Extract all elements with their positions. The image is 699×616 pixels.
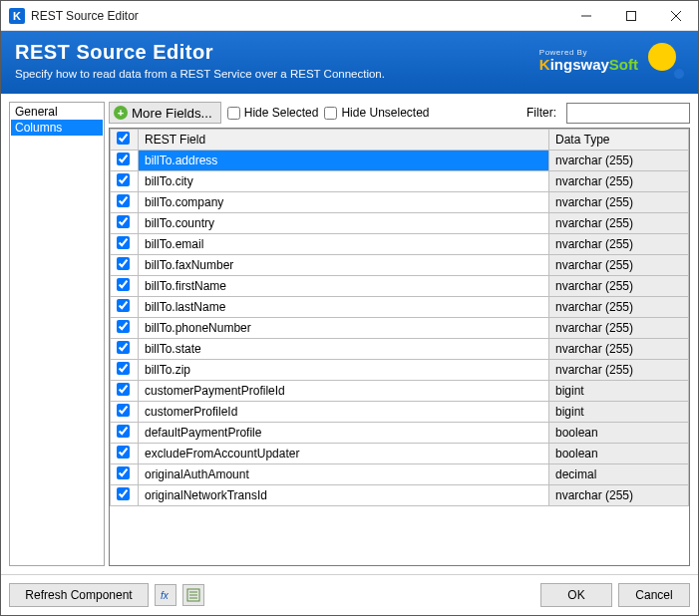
row-checkbox[interactable] <box>111 171 139 192</box>
hide-unselected-input[interactable] <box>324 107 337 120</box>
row-checkbox[interactable] <box>111 402 139 423</box>
ok-button[interactable]: OK <box>540 583 612 607</box>
table-row[interactable]: billTo.zipnvarchar (255) <box>111 360 689 381</box>
svg-text:fx: fx <box>161 590 170 601</box>
kingswaysoft-logo: Powered By KingswaySoft <box>539 49 638 72</box>
row-field[interactable]: billTo.state <box>139 339 549 360</box>
row-checkbox[interactable] <box>111 213 139 234</box>
app-icon: K <box>9 8 25 24</box>
filter-input[interactable] <box>566 103 690 124</box>
table-row[interactable]: billTo.statenvarchar (255) <box>111 339 689 360</box>
sidebar: GeneralColumns <box>9 102 105 566</box>
table-row[interactable]: billTo.firstNamenvarchar (255) <box>111 276 689 297</box>
hide-selected-input[interactable] <box>227 107 240 120</box>
table-row[interactable]: customerProfileIdbigint <box>111 402 689 423</box>
row-datatype[interactable]: nvarchar (255) <box>549 276 689 297</box>
row-checkbox[interactable] <box>111 423 139 444</box>
row-field[interactable]: customerProfileId <box>139 402 549 423</box>
row-field[interactable]: billTo.zip <box>139 360 549 381</box>
row-datatype[interactable]: nvarchar (255) <box>549 171 689 192</box>
header-field[interactable]: REST Field <box>139 130 549 151</box>
row-checkbox[interactable] <box>111 318 139 339</box>
row-field[interactable]: defaultPaymentProfile <box>139 423 549 444</box>
header-type[interactable]: Data Type <box>549 130 689 151</box>
header-checkbox[interactable] <box>111 130 139 151</box>
row-datatype[interactable]: nvarchar (255) <box>549 151 689 171</box>
row-field[interactable]: billTo.address <box>139 151 549 171</box>
row-checkbox[interactable] <box>111 360 139 381</box>
close-button[interactable] <box>653 1 698 31</box>
row-checkbox[interactable] <box>111 444 139 464</box>
row-field[interactable]: billTo.country <box>139 213 549 234</box>
row-checkbox[interactable] <box>111 339 139 360</box>
row-checkbox[interactable] <box>111 255 139 276</box>
maximize-button[interactable] <box>608 1 653 31</box>
row-datatype[interactable]: nvarchar (255) <box>549 360 689 381</box>
row-checkbox[interactable] <box>111 151 139 171</box>
row-checkbox[interactable] <box>111 381 139 402</box>
row-field[interactable]: billTo.faxNumber <box>139 255 549 276</box>
properties-icon[interactable] <box>182 584 204 606</box>
row-field[interactable]: excludeFromAccountUpdater <box>139 444 549 464</box>
row-datatype[interactable]: boolean <box>549 444 689 464</box>
sidebar-item-columns[interactable]: Columns <box>11 120 103 136</box>
row-field[interactable]: billTo.firstName <box>139 276 549 297</box>
table-row[interactable]: originalNetworkTransIdnvarchar (255) <box>111 485 689 506</box>
row-datatype[interactable]: nvarchar (255) <box>549 192 689 213</box>
table-row[interactable]: billTo.faxNumbernvarchar (255) <box>111 255 689 276</box>
hide-unselected-label: Hide Unselected <box>341 106 429 120</box>
row-datatype[interactable]: nvarchar (255) <box>549 255 689 276</box>
refresh-component-button[interactable]: Refresh Component <box>9 583 149 607</box>
minimize-button[interactable] <box>563 1 608 31</box>
table-row[interactable]: originalAuthAmountdecimal <box>111 464 689 485</box>
titlebar: K REST Source Editor <box>1 1 698 31</box>
row-field[interactable]: billTo.city <box>139 171 549 192</box>
table-row[interactable]: defaultPaymentProfileboolean <box>111 423 689 444</box>
row-datatype[interactable]: decimal <box>549 464 689 485</box>
row-datatype[interactable]: nvarchar (255) <box>549 213 689 234</box>
brand-dots-icon <box>648 43 684 79</box>
sidebar-item-general[interactable]: General <box>11 104 103 120</box>
table-row[interactable]: billTo.addressnvarchar (255) <box>111 151 689 171</box>
row-field[interactable]: billTo.company <box>139 192 549 213</box>
row-field[interactable]: billTo.phoneNumber <box>139 318 549 339</box>
table-row[interactable]: billTo.phoneNumbernvarchar (255) <box>111 318 689 339</box>
row-datatype[interactable]: bigint <box>549 381 689 402</box>
filter-label: Filter: <box>526 106 556 120</box>
row-field[interactable]: customerPaymentProfileId <box>139 381 549 402</box>
more-fields-button[interactable]: + More Fields... <box>109 102 221 124</box>
row-field[interactable]: billTo.lastName <box>139 297 549 318</box>
table-row[interactable]: billTo.countrynvarchar (255) <box>111 213 689 234</box>
row-datatype[interactable]: nvarchar (255) <box>549 297 689 318</box>
table-row[interactable]: customerPaymentProfileIdbigint <box>111 381 689 402</box>
row-datatype[interactable]: nvarchar (255) <box>549 339 689 360</box>
row-datatype[interactable]: bigint <box>549 402 689 423</box>
row-field[interactable]: originalNetworkTransId <box>139 485 549 506</box>
table-row[interactable]: billTo.emailnvarchar (255) <box>111 234 689 255</box>
row-checkbox[interactable] <box>111 485 139 506</box>
table-row[interactable]: billTo.citynvarchar (255) <box>111 171 689 192</box>
plus-icon: + <box>114 106 128 120</box>
row-field[interactable]: originalAuthAmount <box>139 464 549 485</box>
footer: Refresh Component fx OK Cancel <box>1 574 698 615</box>
table-row[interactable]: excludeFromAccountUpdaterboolean <box>111 444 689 464</box>
hide-selected-checkbox[interactable]: Hide Selected <box>227 106 319 120</box>
row-checkbox[interactable] <box>111 464 139 485</box>
table-row[interactable]: billTo.companynvarchar (255) <box>111 192 689 213</box>
more-fields-label: More Fields... <box>132 106 212 121</box>
row-checkbox[interactable] <box>111 234 139 255</box>
row-checkbox[interactable] <box>111 192 139 213</box>
cancel-button[interactable]: Cancel <box>618 583 690 607</box>
row-field[interactable]: billTo.email <box>139 234 549 255</box>
row-checkbox[interactable] <box>111 297 139 318</box>
row-datatype[interactable]: boolean <box>549 423 689 444</box>
row-datatype[interactable]: nvarchar (255) <box>549 234 689 255</box>
window-title: REST Source Editor <box>31 9 563 23</box>
hide-unselected-checkbox[interactable]: Hide Unselected <box>324 106 429 120</box>
table-row[interactable]: billTo.lastNamenvarchar (255) <box>111 297 689 318</box>
row-datatype[interactable]: nvarchar (255) <box>549 485 689 506</box>
columns-grid[interactable]: REST Field Data Type billTo.addressnvarc… <box>109 128 690 566</box>
expression-icon[interactable]: fx <box>155 584 176 606</box>
row-datatype[interactable]: nvarchar (255) <box>549 318 689 339</box>
row-checkbox[interactable] <box>111 276 139 297</box>
